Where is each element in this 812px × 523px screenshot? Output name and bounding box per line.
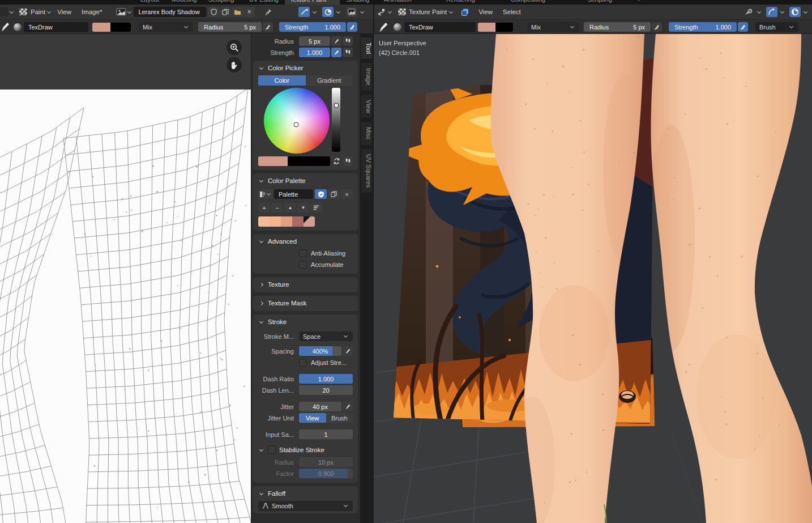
color-swatch-pair[interactable]	[478, 23, 513, 32]
palette-swatch-selected[interactable]	[304, 216, 315, 227]
menu-select[interactable]: Select	[498, 8, 526, 15]
unified-radius-toggle[interactable]	[343, 36, 353, 46]
falloff-header[interactable]: Falloff	[253, 488, 358, 499]
uv-copy-button[interactable]	[459, 7, 471, 17]
tab-uv-squares[interactable]: UV Squares	[361, 148, 373, 193]
secondary-color-swatch[interactable]	[495, 23, 513, 32]
image-name-field[interactable]: Lerarex Body Shadow	[134, 7, 206, 17]
open-image-button[interactable]	[232, 7, 243, 17]
tab-gradient[interactable]: Gradient	[306, 75, 353, 86]
radius-slider[interactable]: 5 px	[299, 36, 330, 46]
palette-unlink-button[interactable]: ×	[341, 189, 353, 199]
menu-view[interactable]: View	[473, 8, 498, 15]
palette-swatch[interactable]	[270, 216, 281, 227]
radius-pressure-toggle[interactable]	[263, 22, 273, 32]
tab-view[interactable]: View	[361, 94, 373, 119]
brush-name-field[interactable]: TexDraw	[404, 22, 476, 32]
color-mode-tabs[interactable]: Color Gradient	[258, 75, 353, 86]
stabilize-stroke-checkbox[interactable]	[268, 446, 276, 454]
palette-fake-user-button[interactable]	[315, 189, 327, 199]
palette-move-up-button[interactable]: ▲	[284, 203, 296, 212]
dash-ratio-slider[interactable]: 1.000	[299, 374, 353, 384]
mode-dropdown[interactable]: Texture Paint	[409, 8, 452, 15]
image-editor-canvas[interactable]	[0, 34, 251, 523]
radius-slider[interactable]: Radius5 px	[584, 22, 651, 32]
palette-swatch[interactable]	[281, 216, 292, 227]
strength-pressure-toggle[interactable]	[331, 48, 341, 57]
strength-pressure-toggle[interactable]	[347, 22, 357, 32]
menu-view[interactable]: View	[52, 8, 76, 15]
stroke-method-dropdown[interactable]: Space	[299, 331, 353, 341]
value-slider[interactable]	[332, 88, 340, 152]
spacing-pressure-toggle[interactable]	[343, 346, 353, 356]
workspace-tab-add[interactable]: +	[637, 0, 640, 3]
jitter-slider[interactable]: 40 px	[299, 402, 341, 411]
copy-datablock-button[interactable]	[220, 7, 231, 17]
menu-image[interactable]: Image*	[76, 8, 107, 15]
palette-name-field[interactable]: Palette	[274, 189, 313, 199]
texture-mask-header[interactable]: Texture Mask	[253, 297, 358, 308]
jitter-unit-brush[interactable]: Brush	[326, 413, 353, 423]
primary-color-swatch[interactable]	[258, 156, 288, 166]
palette-swatch[interactable]	[292, 216, 304, 227]
falloff-popover[interactable]	[298, 7, 310, 17]
workspace-tab[interactable]: Modeling	[172, 0, 197, 3]
blend-mode-dropdown[interactable]: Mix	[527, 22, 579, 32]
input-samples-slider[interactable]: 1	[299, 430, 353, 439]
tab-color[interactable]: Color	[258, 75, 306, 86]
gizmos-toggle[interactable]	[766, 7, 777, 17]
color-picker-header[interactable]: Color Picker	[253, 62, 358, 73]
image-datablock-selector[interactable]	[116, 8, 133, 16]
pan-button[interactable]	[226, 57, 242, 73]
color-wheel[interactable]	[264, 88, 330, 154]
stroke-header[interactable]: Stroke	[253, 316, 358, 327]
advanced-header[interactable]: Advanced	[253, 236, 358, 246]
texture-popover[interactable]	[346, 7, 357, 17]
color-swatch-pair[interactable]	[92, 23, 131, 32]
tab-image[interactable]: Image	[361, 62, 373, 91]
primary-color-swatch[interactable]	[478, 23, 495, 32]
strength-slider[interactable]: Strength1.000	[669, 22, 737, 32]
brush-preview-icon[interactable]	[14, 23, 22, 31]
workspace-tab[interactable]: Layout	[140, 0, 159, 3]
color-palette-header[interactable]: Color Palette	[253, 175, 358, 186]
fake-user-button[interactable]	[208, 7, 219, 17]
jitter-pressure-toggle[interactable]	[343, 402, 353, 411]
zoom-button[interactable]	[226, 40, 242, 55]
value-slider-cursor[interactable]	[334, 103, 339, 108]
workspace-tab-active[interactable]: Texture Paint	[290, 0, 326, 3]
shading-toggle[interactable]	[789, 7, 801, 17]
secondary-color-swatch[interactable]	[110, 23, 131, 32]
stabilize-stroke-header[interactable]: Stabilize Stroke	[253, 444, 358, 456]
primary-color-swatch[interactable]	[92, 23, 110, 32]
pin-button[interactable]	[263, 7, 274, 17]
swap-colors-button[interactable]	[331, 156, 341, 166]
workspace-tab[interactable]: Scripting	[588, 0, 612, 3]
tab-tool[interactable]: Tool	[361, 37, 373, 59]
palette-remove-color-button[interactable]: −	[271, 203, 283, 212]
overlays-toggle[interactable]	[743, 7, 754, 17]
editor-type-icon[interactable]	[378, 8, 387, 16]
dash-length-slider[interactable]: 20	[299, 385, 353, 395]
workspace-tab[interactable]: UV Editing	[249, 0, 279, 3]
workspace-tab[interactable]: Rendering	[446, 0, 475, 3]
palette-selector[interactable]	[258, 189, 273, 199]
color-wheel-cursor[interactable]	[293, 122, 298, 127]
unified-color-toggle[interactable]	[343, 156, 353, 166]
brush-name-field[interactable]: TexDraw	[24, 22, 88, 32]
blend-mode-dropdown[interactable]: Mix	[139, 22, 193, 32]
accumulate-checkbox[interactable]	[299, 261, 307, 269]
workspace-tab[interactable]: Shading	[347, 0, 369, 3]
palette-add-color-button[interactable]: +	[258, 203, 270, 212]
jitter-unit-view[interactable]: View	[299, 413, 326, 423]
radius-pressure-toggle[interactable]	[331, 36, 341, 46]
strength-slider[interactable]: Strength1.000	[279, 22, 346, 32]
secondary-color-swatch[interactable]	[288, 156, 330, 166]
factor-slider[interactable]: 0.900	[299, 469, 353, 478]
spacing-slider[interactable]: 400%	[299, 346, 341, 356]
workspace-tab[interactable]: Animation	[384, 0, 412, 3]
editor-divider[interactable]	[373, 5, 374, 523]
adjust-strength-checkbox[interactable]	[299, 359, 307, 367]
editor-type-icon[interactable]	[0, 7, 8, 16]
unified-strength-toggle[interactable]	[343, 48, 353, 57]
